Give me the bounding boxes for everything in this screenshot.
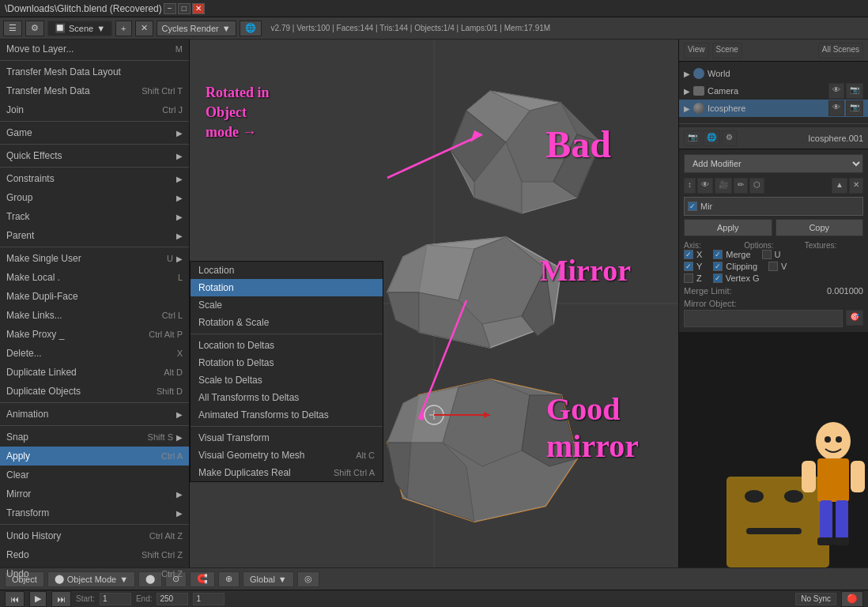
render-icon[interactable]: 🌐 bbox=[240, 21, 262, 36]
render-btn[interactable]: 🎥 bbox=[715, 178, 732, 194]
playback-controls[interactable]: ⏮ bbox=[5, 591, 25, 607]
copy-button[interactable]: Copy bbox=[776, 219, 864, 236]
menu-join[interactable]: Join Ctrl J bbox=[0, 100, 189, 119]
menu-constraints[interactable]: Constraints ▶ bbox=[0, 169, 189, 188]
submenu-location-deltas[interactable]: Location to Deltas bbox=[191, 337, 383, 354]
eye2-icon[interactable]: 👁 bbox=[828, 100, 844, 116]
menu-toggle[interactable]: ☰ bbox=[3, 21, 22, 36]
mirror-object-input[interactable] bbox=[684, 310, 843, 327]
separator bbox=[0, 524, 189, 525]
z-checkbox[interactable] bbox=[684, 273, 693, 283]
expand-modifier-icon[interactable]: ▲ bbox=[832, 178, 847, 194]
submenu-scale[interactable]: Scale bbox=[191, 296, 383, 314]
menu-mirror[interactable]: Mirror ▶ bbox=[0, 484, 189, 503]
menu-animation[interactable]: Animation ▶ bbox=[0, 405, 189, 424]
menu-duplicate-linked[interactable]: Duplicate Linked Alt D bbox=[0, 363, 189, 382]
submenu-visual-geometry[interactable]: Visual Geometry to Mesh Alt C bbox=[191, 447, 383, 464]
menu-duplicate-objects[interactable]: Duplicate Objects Shift D bbox=[0, 382, 189, 401]
cage-icon[interactable]: ⬡ bbox=[749, 178, 764, 194]
prop-icon-1[interactable]: 📷 bbox=[684, 130, 701, 146]
tree-icosphere[interactable]: ▶ Icosphere 👁 📷 bbox=[679, 100, 868, 117]
end-frame[interactable] bbox=[157, 593, 188, 605]
menu-track[interactable]: Track ▶ bbox=[0, 207, 189, 226]
menu-snap[interactable]: Snap Shift S ▶ bbox=[0, 428, 189, 447]
camera2-icon[interactable]: 📷 bbox=[846, 83, 863, 99]
submenu-animated-transforms[interactable]: Animated Transforms to Deltas bbox=[191, 406, 383, 424]
menu-quick-effects[interactable]: Quick Effects ▶ bbox=[0, 146, 189, 165]
icon-btn[interactable]: ⚙ bbox=[25, 21, 44, 36]
x-checkbox[interactable]: ✓ bbox=[684, 250, 693, 259]
menu-game[interactable]: Game ▶ bbox=[0, 123, 189, 142]
menu-transfer-mesh-layout[interactable]: Transfer Mesh Data Layout bbox=[0, 62, 189, 81]
close-modifier-btn[interactable]: ✕ bbox=[849, 178, 863, 194]
remove-scene-btn[interactable]: ✕ bbox=[135, 21, 153, 36]
scene-tree: ▶ World ▶ Camera 👁 📷 ▶ Icosphere 👁 bbox=[679, 62, 868, 120]
menu-undo-history[interactable]: Undo History Ctrl Alt Z bbox=[0, 526, 189, 545]
modifier-enable-checkbox[interactable]: ✓ bbox=[688, 202, 697, 211]
eye-icon[interactable]: 👁 bbox=[697, 178, 713, 194]
submenu-location[interactable]: Location bbox=[191, 262, 383, 279]
coordinate-system[interactable]: Global ▼ bbox=[243, 571, 294, 587]
menu-apply[interactable]: Apply Ctrl A bbox=[0, 447, 189, 466]
submenu-rotation[interactable]: Rotation bbox=[191, 279, 383, 296]
menu-make-dupli-face[interactable]: Make Dupli-Face bbox=[0, 287, 189, 306]
play-button[interactable]: ▶ bbox=[29, 591, 47, 607]
menu-undo[interactable]: Undo Ctrl Z bbox=[0, 564, 189, 583]
menu-make-links[interactable]: Make Links... Ctrl L bbox=[0, 306, 189, 325]
menu-redo[interactable]: Redo Shift Ctrl Z bbox=[0, 545, 189, 564]
y-checkbox[interactable]: ✓ bbox=[684, 262, 693, 271]
menu-transform[interactable]: Transform ▶ bbox=[0, 503, 189, 522]
edit-icon[interactable]: ✏ bbox=[734, 178, 748, 194]
tree-camera[interactable]: ▶ Camera 👁 📷 bbox=[679, 82, 868, 100]
add-scene-btn[interactable]: + bbox=[115, 21, 131, 36]
preview-area bbox=[679, 332, 868, 567]
transform-manipulator[interactable]: ⊕ bbox=[218, 571, 240, 587]
submenu-visual-transform[interactable]: Visual Transform bbox=[191, 429, 383, 447]
sync-mode[interactable]: No Sync bbox=[795, 593, 836, 605]
render-icon[interactable]: 📷 bbox=[846, 100, 863, 116]
apply-button[interactable]: Apply bbox=[684, 219, 772, 236]
merge-checkbox[interactable]: ✓ bbox=[713, 250, 723, 259]
vertex-g-checkbox[interactable]: ✓ bbox=[713, 273, 723, 283]
maximize-button[interactable]: □ bbox=[178, 3, 191, 14]
eye-icon[interactable]: 👁 bbox=[828, 83, 844, 99]
merge-limit-row: Merge Limit: 0.001000 bbox=[684, 286, 863, 296]
mirror-object-picker[interactable]: 🎯 bbox=[846, 310, 863, 326]
submenu-scale-deltas[interactable]: Scale to Deltas bbox=[191, 371, 383, 389]
submenu-rotation-deltas[interactable]: Rotation to Deltas bbox=[191, 354, 383, 371]
close-button[interactable]: ✕ bbox=[192, 3, 205, 14]
menu-make-local[interactable]: Make Local . L bbox=[0, 268, 189, 287]
tree-world[interactable]: ▶ World bbox=[679, 65, 868, 82]
menu-make-single-user[interactable]: Make Single User U ▶ bbox=[0, 249, 189, 268]
submenu-rotation-scale[interactable]: Rotation & Scale bbox=[191, 314, 383, 331]
menu-transfer-mesh[interactable]: Transfer Mesh Data Shift Ctrl T bbox=[0, 81, 189, 100]
minimize-button[interactable]: − bbox=[164, 3, 176, 14]
submenu-all-transforms-deltas[interactable]: All Transforms to Deltas bbox=[191, 389, 383, 406]
menu-make-proxy[interactable]: Make Proxy _ Ctrl Alt P bbox=[0, 325, 189, 344]
add-modifier-select[interactable]: Add Modifier bbox=[684, 154, 863, 173]
prop-icon-3[interactable]: ⚙ bbox=[722, 130, 737, 146]
snap-button[interactable]: 🧲 bbox=[190, 571, 215, 587]
start-frame[interactable] bbox=[100, 593, 131, 605]
current-frame[interactable] bbox=[193, 593, 225, 605]
scene-selector[interactable]: 🔲 Scene ▼ bbox=[47, 21, 112, 36]
v-checkbox[interactable] bbox=[768, 262, 778, 271]
menu-delete[interactable]: Delete... X bbox=[0, 344, 189, 363]
menu-group[interactable]: Group ▶ bbox=[0, 188, 189, 207]
prop-icon-2[interactable]: 🌐 bbox=[703, 130, 720, 146]
proportional-edit[interactable]: ◎ bbox=[297, 571, 319, 587]
renderer-selector[interactable]: Cycles Render ▼ bbox=[157, 21, 236, 36]
menu-parent[interactable]: Parent ▶ bbox=[0, 226, 189, 245]
clipping-checkbox[interactable]: ✓ bbox=[713, 262, 723, 271]
u-checkbox[interactable] bbox=[762, 250, 772, 259]
playback-end[interactable]: ⏭ bbox=[51, 591, 71, 607]
view-button[interactable]: View bbox=[684, 43, 709, 58]
menu-move-to-layer[interactable]: Move to Layer... M bbox=[0, 40, 189, 58]
submenu-make-duplicates-real[interactable]: Make Duplicates Real Shift Ctrl A bbox=[191, 464, 383, 481]
menu-clear[interactable]: Clear bbox=[0, 466, 189, 484]
scene-button[interactable]: Scene bbox=[712, 43, 742, 58]
all-scenes-button[interactable]: All Scenes bbox=[818, 43, 863, 58]
keyframe-btn[interactable]: 🔴 bbox=[841, 591, 863, 607]
toggle-icon[interactable]: ↕ bbox=[684, 178, 696, 194]
apply-submenu: Location Rotation Scale Rotation & Scale… bbox=[190, 261, 383, 482]
